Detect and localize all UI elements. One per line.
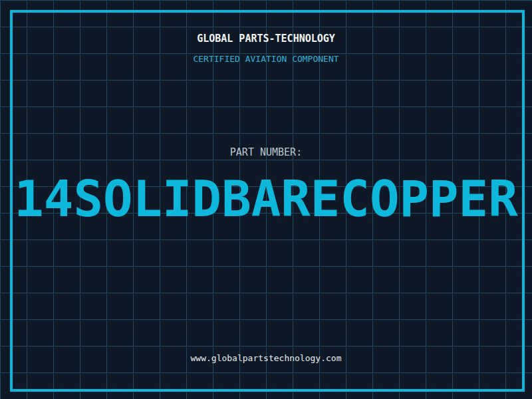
website-url: www.globalpartstechnology.com bbox=[0, 353, 532, 363]
certification-tagline: CERTIFIED AVIATION COMPONENT bbox=[0, 54, 532, 64]
company-name: GLOBAL PARTS-TECHNOLOGY bbox=[0, 33, 532, 45]
blueprint-canvas: GLOBAL PARTS-TECHNOLOGY CERTIFIED AVIATI… bbox=[0, 0, 532, 399]
part-number-value: 14SOLIDBARECOPPER bbox=[0, 174, 532, 223]
part-number-label: PART NUMBER: bbox=[0, 146, 532, 158]
